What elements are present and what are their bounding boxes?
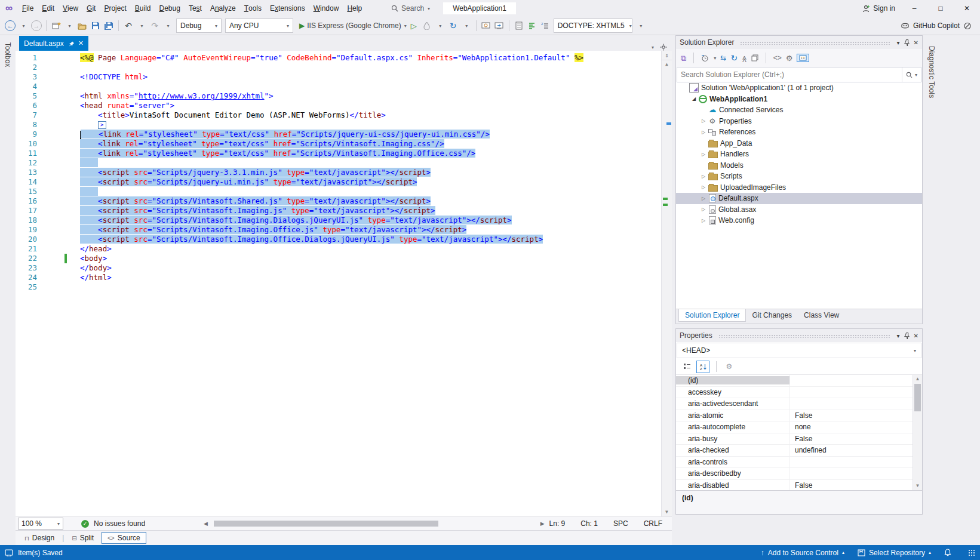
tab-git-changes[interactable]: Git Changes (746, 309, 798, 321)
code-line-20[interactable]: 20 <script src="Scripts/Vintasoft.Imagin… (16, 235, 672, 244)
code-line-21[interactable]: 21</head> (16, 244, 672, 254)
menu-edit[interactable]: Edit (38, 0, 59, 17)
expander-icon[interactable]: ▷ (699, 174, 708, 179)
redo-button[interactable]: ↷ (148, 19, 161, 32)
code-line-3[interactable]: 3<!DOCTYPE html> (16, 72, 672, 82)
scroll-up-icon[interactable]: ▲ (913, 375, 922, 383)
spaces-indicator[interactable]: SPC (613, 519, 628, 528)
property-row-aria-disabled[interactable]: aria-disabledFalse (676, 480, 922, 491)
maximize-button[interactable]: □ (927, 0, 954, 17)
tree-item-handlers[interactable]: ▷Handlers (676, 149, 922, 160)
scroll-down-icon[interactable]: ▼ (913, 482, 922, 490)
new-project-dropdown[interactable]: ▾ (63, 19, 76, 32)
menu-window[interactable]: Window (309, 0, 343, 17)
code-line-13[interactable]: 13 <script src="Scripts/jquery-3.3.1.min… (16, 168, 672, 177)
expander-icon[interactable]: ▷ (699, 207, 708, 212)
github-copilot-button[interactable]: GitHub Copilot (901, 21, 980, 30)
property-row-aria-controls[interactable]: aria-controls (676, 457, 922, 469)
menu-file[interactable]: File (18, 0, 38, 17)
navigate-back-dropdown[interactable]: ▾ (17, 19, 30, 32)
restart-button[interactable]: ↻ (447, 19, 460, 32)
global-search[interactable]: Search ▾ (386, 3, 435, 14)
active-files-dropdown[interactable]: ▾ (652, 45, 654, 50)
code-line-18[interactable]: 18 <script src="Scripts/Vintasoft.Imagin… (16, 216, 672, 225)
filter-dropdown-icon[interactable]: ▾ (714, 56, 716, 61)
format-document-button[interactable] (526, 19, 539, 32)
code-editor[interactable]: 1<%@ Page Language="C#" AutoEventWireup=… (16, 51, 672, 516)
tree-item-scripts[interactable]: ▷Scripts (676, 171, 922, 182)
code-line-16[interactable]: 16 <script src="Scripts/Vintasoft.Shared… (16, 196, 672, 206)
code-line-6[interactable]: 6<head runat="server"> (16, 101, 672, 110)
property-value[interactable]: False (789, 433, 922, 445)
save-all-button[interactable] (102, 19, 115, 32)
property-value[interactable]: False (789, 480, 922, 491)
pending-changes-filter-icon[interactable] (701, 54, 709, 62)
solution-explorer-header[interactable]: Solution Explorer ▾ ✕ (676, 36, 922, 49)
pin-icon[interactable] (68, 41, 74, 47)
document-outline-button[interactable] (512, 19, 526, 32)
object-selector-combo[interactable]: <HEAD> ▾ (677, 343, 921, 358)
solution-search-input[interactable]: Search Solution Explorer (Ctrl+;) ▾ (677, 67, 921, 82)
scroll-thumb[interactable] (914, 384, 921, 411)
doctype-combo[interactable]: DOCTYPE: XHTML5▾ (554, 19, 632, 33)
code-line-10[interactable]: 10 <link rel="stylesheet" type="text/css… (16, 139, 672, 149)
properties-header[interactable]: Properties ▾ ✕ (676, 329, 922, 342)
solution-configuration-combo[interactable]: Debug▾ (176, 19, 222, 33)
property-value[interactable] (789, 398, 922, 410)
browser-link-button[interactable] (480, 19, 493, 32)
show-all-files-icon[interactable] (797, 54, 809, 62)
undo-dropdown[interactable]: ▾ (135, 19, 148, 32)
tree-item-app-data[interactable]: App_Data (676, 138, 922, 149)
expander-icon[interactable]: ▷ (699, 130, 708, 135)
code-line-19[interactable]: 19 <script src="Scripts/Vintasoft.Imagin… (16, 225, 672, 235)
tree-item-connected-services[interactable]: ☁Connected Services (676, 104, 922, 116)
zoom-combo[interactable]: 100 %▾ (18, 518, 63, 530)
property-value[interactable]: none (789, 421, 922, 433)
hot-reload-button[interactable] (420, 19, 434, 32)
property-row-aria-atomic[interactable]: aria-atomicFalse (676, 410, 922, 422)
property-value[interactable]: undefined (789, 445, 922, 456)
property-value[interactable]: False (789, 410, 922, 421)
search-options[interactable]: ▾ (902, 67, 921, 82)
properties-wrench-icon[interactable]: ⚙ (786, 54, 793, 62)
start-debug-button[interactable]: ▶ IIS Express (Google Chrome) ▾ (299, 19, 407, 32)
horizontal-scrollbar[interactable] (214, 520, 534, 527)
expander-icon[interactable]: ▷ (699, 118, 708, 124)
properties-scrollbar[interactable]: ▲ ▼ (913, 375, 922, 490)
close-tab-icon[interactable]: ✕ (78, 39, 84, 47)
open-file-button[interactable] (76, 19, 89, 32)
diagnostic-tools-tab[interactable]: Diagnostic Tools (927, 46, 936, 98)
code-line-1[interactable]: 1<%@ Page Language="C#" AutoEventWireup=… (16, 53, 672, 63)
sign-in-button[interactable]: Sign in (856, 4, 901, 13)
code-line-5[interactable]: 5<html xmlns="http://www.w3.org/1999/xht… (16, 91, 672, 101)
notifications-bell-button[interactable] (944, 549, 951, 556)
expander-icon[interactable]: ▷ (699, 184, 708, 190)
toolbox-tab[interactable]: Toolbox (4, 42, 12, 67)
menu-analyze[interactable]: Analyze (206, 0, 240, 17)
code-line-17[interactable]: 17 <script src="Scripts/Vintasoft.Imagin… (16, 206, 672, 216)
expander-icon[interactable]: ▷ (699, 196, 708, 201)
close-icon[interactable]: ✕ (914, 333, 918, 339)
scroll-down-icon[interactable]: ▼ (662, 508, 672, 516)
refresh-icon[interactable]: ↻ (730, 54, 738, 62)
format-selection-button[interactable]: 2 (539, 19, 552, 32)
hscroll-right-icon[interactable]: ▶ (540, 521, 545, 527)
minimize-button[interactable]: – (901, 0, 927, 17)
menu-test[interactable]: Test (185, 0, 206, 17)
solution-platform-combo[interactable]: Any CPU▾ (225, 19, 293, 33)
expander-icon[interactable]: ▷ (699, 152, 708, 157)
navigate-forward-button[interactable]: → (30, 19, 43, 32)
navigate-back-button[interactable]: ← (4, 19, 17, 32)
code-line-8[interactable]: 8 > (16, 120, 672, 130)
eol-indicator[interactable]: CRLF (644, 519, 662, 528)
tree-item-references[interactable]: ▷References (676, 127, 922, 138)
new-project-button[interactable] (50, 19, 63, 32)
tree-item-models[interactable]: Models (676, 160, 922, 171)
select-repository-button[interactable]: Select Repository ▴ (858, 549, 931, 557)
categorized-icon[interactable] (681, 361, 693, 373)
menu-build[interactable]: Build (131, 0, 155, 17)
close-icon[interactable]: ✕ (914, 39, 918, 46)
property-pages-icon[interactable]: ⚙ (723, 361, 735, 373)
code-line-14[interactable]: 14 <script src="Scripts/jquery-ui.min.js… (16, 177, 672, 187)
code-line-23[interactable]: 23</body> (16, 263, 672, 273)
